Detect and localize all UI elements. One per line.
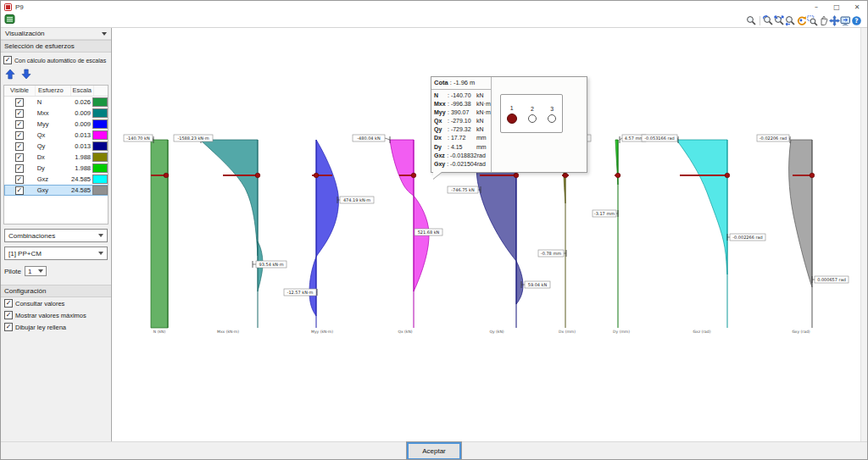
visualization-header[interactable]: Visualización (1, 28, 111, 40)
color-swatch (92, 186, 108, 195)
sidebar: Visualización Selección de esfuerzos ✓ C… (1, 28, 112, 441)
label-leader (385, 138, 390, 140)
auto-scale-checkbox[interactable]: ✓ (3, 56, 12, 64)
visible-checkbox[interactable]: ✓ (15, 109, 24, 118)
diagram-Qy-fill[interactable] (516, 261, 523, 304)
visible-checkbox[interactable]: ✓ (15, 186, 24, 195)
accept-button[interactable]: Aceptar (407, 442, 461, 460)
diagram-Qx-fill[interactable] (414, 196, 429, 291)
diagram-N-fill[interactable] (151, 140, 168, 328)
window-title: P9 (15, 3, 24, 11)
zoom-window-icon[interactable] (807, 15, 818, 26)
selection-section-header: Selección de esfuerzos (1, 40, 111, 53)
move-up-button[interactable] (5, 69, 15, 81)
esfuerzo-row-Gxy[interactable]: ✓Gxy24.585 (4, 185, 108, 196)
query-marker-Myy[interactable] (314, 173, 319, 178)
config-checkbox[interactable]: ✓ (4, 299, 13, 308)
move-icon[interactable] (829, 15, 840, 26)
export-csv-icon[interactable] (4, 13, 15, 28)
toolbar (1, 14, 867, 28)
visualization-header-label: Visualización (5, 30, 45, 37)
visible-checkbox[interactable]: ✓ (15, 142, 24, 151)
export-image-icon[interactable] (840, 15, 851, 26)
tooltip-row-Qx: Qx : -279.10kN (434, 117, 488, 125)
auto-scale-row[interactable]: ✓ Con cálculo automático de escalas (1, 53, 111, 66)
esfuerzo-row-Qy[interactable]: ✓Qy0.013 (4, 141, 108, 152)
zoom-previous-icon[interactable] (763, 15, 774, 26)
query-marker-Qy[interactable] (514, 173, 519, 178)
config-check-row[interactable]: ✓Dibujar ley rellena (1, 321, 111, 333)
esfuerzo-row-Gxz[interactable]: ✓Gxz24.585 (4, 174, 108, 185)
max-value-label: -12.57 kN·m (287, 290, 314, 295)
pile-radio-1[interactable]: 1 (507, 105, 517, 124)
combinaciones-dropdown[interactable]: Combinaciones (4, 229, 108, 242)
visible-checkbox[interactable]: ✓ (15, 153, 24, 162)
diagram-Myy-fill[interactable] (309, 257, 316, 316)
col-visible[interactable]: Visible (4, 86, 36, 96)
zoom-out-icon[interactable] (785, 15, 796, 26)
config-checkbox[interactable]: ✓ (4, 311, 13, 319)
diagram-Gxz-fill[interactable] (676, 140, 727, 274)
visible-checkbox[interactable]: ✓ (15, 164, 24, 173)
esfuerzo-row-Myy[interactable]: ✓Myy0.009 (4, 119, 108, 130)
pan-icon[interactable] (818, 15, 829, 26)
config-section-header: Configuración (1, 285, 111, 297)
zoom-icon[interactable] (746, 15, 757, 26)
toolbar-zoom-group (746, 15, 862, 26)
esfuerzo-name: Gxz (35, 175, 70, 183)
chevron-down-icon (102, 32, 107, 36)
query-marker-Qx[interactable] (411, 173, 416, 178)
refresh-icon[interactable] (796, 15, 807, 26)
move-down-button[interactable] (21, 69, 31, 81)
diagram-Mxx-fill[interactable] (200, 140, 258, 256)
diagram-Gxy-fill[interactable] (789, 140, 812, 287)
query-marker-Dx[interactable] (563, 173, 568, 178)
diagram-Qx-fill[interactable] (390, 140, 414, 196)
col-escala[interactable]: Escala (71, 86, 94, 96)
pile-radio-2[interactable]: 2 (528, 106, 537, 123)
col-esfuerzo[interactable]: Esfuerzo (36, 86, 71, 96)
config-checkbox[interactable]: ✓ (4, 323, 13, 331)
max-value-label: 59.04 kN (528, 282, 548, 287)
escala-value: 0.026 (70, 98, 92, 106)
color-swatch (92, 175, 108, 184)
config-check-row[interactable]: ✓Mostrar valores máximos (1, 309, 111, 321)
query-marker-N[interactable] (164, 173, 169, 178)
combination-dropdown[interactable]: [1] PP+CM (4, 247, 108, 260)
maximize-button[interactable]: □ (826, 1, 847, 14)
config-check-row[interactable]: ✓Consultar valores (1, 297, 111, 309)
app-icon (4, 3, 12, 11)
pile-radio-3[interactable]: 3 (548, 106, 556, 123)
esfuerzo-row-Mxx[interactable]: ✓Mxx0.009 (4, 108, 108, 119)
visible-checkbox[interactable]: ✓ (15, 131, 24, 140)
axis-label-Dx: Dx (mm) (559, 330, 576, 334)
query-marker-Gxy[interactable] (810, 173, 815, 178)
visible-checkbox[interactable]: ✓ (15, 175, 24, 184)
esfuerzo-row-Dy[interactable]: ✓Dy1.988 (4, 163, 108, 174)
visible-checkbox[interactable]: ✓ (15, 120, 24, 129)
close-button[interactable]: ✕ (847, 1, 867, 14)
esfuerzo-row-N[interactable]: ✓N0.026 (4, 97, 108, 108)
minimize-button[interactable]: – (806, 1, 826, 14)
esfuerzo-row-Dx[interactable]: ✓Dx1.988 (4, 152, 108, 163)
esfuerzo-name: Qx (35, 131, 70, 139)
diagram-Myy-fill[interactable] (316, 140, 338, 257)
esfuerzo-row-Qx[interactable]: ✓Qx0.013 (4, 130, 108, 141)
visible-checkbox[interactable]: ✓ (15, 98, 24, 107)
tooltip-row-Gxy: Gxy : -0.021504rad (434, 160, 488, 169)
help-icon[interactable] (851, 15, 862, 26)
tooltip-row-Qy: Qy : -729.32kN (434, 125, 488, 134)
max-value-label: -0.02206 rad (760, 136, 787, 141)
config-check-label: Dibujar ley rellena (15, 324, 66, 331)
pilote-dropdown[interactable]: 1 (25, 266, 47, 276)
axis-label-Qy: Qy (kN) (489, 330, 504, 334)
pile-radio-group: 123 (500, 94, 563, 133)
zoom-extents-icon[interactable] (774, 15, 785, 26)
color-swatch (92, 119, 108, 129)
diagram-canvas[interactable]: N (kN)Mxx (kN·m)Myy (kN·m)Qx (kN)Qy (kN)… (112, 28, 868, 441)
query-marker-Mxx[interactable] (255, 173, 260, 178)
tooltip-cota: Cota : -1.96 m (431, 77, 491, 90)
combinaciones-dropdown-value: Combinaciones (8, 232, 55, 240)
query-marker-Dy[interactable] (615, 173, 620, 178)
query-marker-Gxz[interactable] (725, 173, 730, 178)
